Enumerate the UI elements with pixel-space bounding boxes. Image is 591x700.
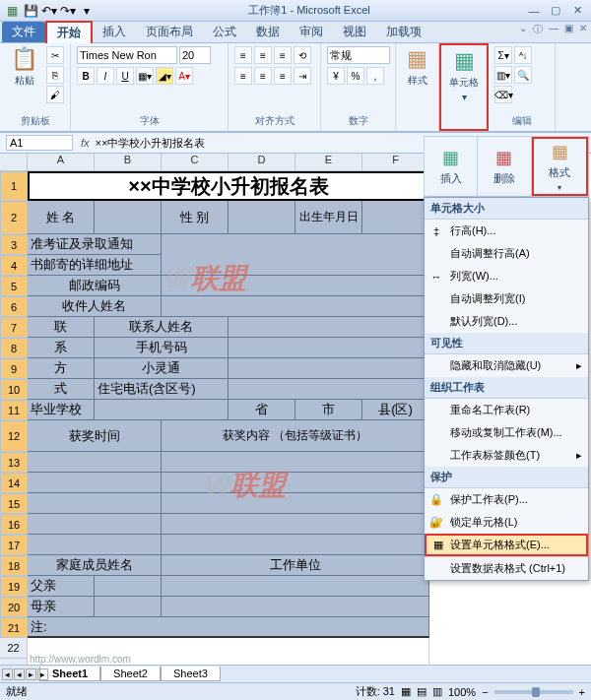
cell-A8[interactable]: 系 <box>28 338 95 358</box>
cell-A4[interactable]: 书邮寄的详细地址 <box>28 255 162 276</box>
paste-button[interactable]: 📋粘贴 <box>6 46 42 112</box>
col-B[interactable]: B <box>95 154 162 171</box>
maximize-button[interactable]: ▢ <box>546 3 565 19</box>
menu-protect[interactable]: 🔒保护工作表(P)... <box>425 488 588 511</box>
zoom-in-icon[interactable]: + <box>579 686 585 698</box>
ribbon-x-icon[interactable]: ✕ <box>579 23 587 36</box>
cell-C2[interactable]: 性 别 <box>162 201 229 234</box>
format-painter-icon[interactable]: 🖌 <box>46 86 64 103</box>
cell-B11[interactable] <box>95 400 229 420</box>
insert-cells-button[interactable]: ▦插入 <box>425 137 478 196</box>
row-3[interactable]: 3 <box>0 234 28 255</box>
minimize-button[interactable]: — <box>524 3 544 19</box>
row-17[interactable]: 17 <box>0 535 28 555</box>
row-12[interactable]: 12 <box>0 420 28 452</box>
tab-view[interactable]: 视图 <box>333 22 376 42</box>
orientation-icon[interactable]: ⟲ <box>294 46 311 64</box>
view-break-icon[interactable]: ▥ <box>432 685 442 698</box>
row-7[interactable]: 7 <box>0 317 28 338</box>
fill-color-icon[interactable]: ◢▾ <box>156 67 173 85</box>
menu-table-format[interactable]: 设置数据表格式 (Ctrl+1) <box>425 556 588 580</box>
menu-col-width[interactable]: ↔列宽(W)... <box>425 265 588 287</box>
col-C[interactable]: C <box>162 154 229 171</box>
underline-icon[interactable]: U <box>116 67 134 85</box>
ribbon-opts-icon[interactable]: — <box>549 23 558 36</box>
cells-button[interactable]: ▦单元格▾ <box>447 48 481 124</box>
cell-C3[interactable] <box>162 234 429 276</box>
cell-E11[interactable]: 县(区) <box>362 400 429 420</box>
cell-D9[interactable] <box>229 358 429 379</box>
cell-A18[interactable]: 家庭成员姓名 <box>28 555 162 576</box>
zoom-out-icon[interactable]: − <box>482 686 488 698</box>
cell-C15[interactable] <box>162 493 429 514</box>
cell-C11[interactable]: 省 <box>229 400 296 420</box>
delete-cells-button[interactable]: ▦删除 <box>478 137 531 196</box>
cell-A10[interactable]: 式 <box>28 379 95 400</box>
row-13[interactable]: 13 <box>0 452 28 473</box>
cell-A13[interactable] <box>28 452 162 473</box>
view-layout-icon[interactable]: ▤ <box>417 685 427 698</box>
comma-icon[interactable]: , <box>366 67 384 85</box>
select-all-corner[interactable] <box>0 154 28 171</box>
cell-A21[interactable]: 注: <box>28 617 429 638</box>
sheet-tab-1[interactable]: Sheet1 <box>39 667 100 681</box>
cell-B10[interactable]: 住宅电话(含区号) <box>95 379 229 400</box>
cell-B7[interactable]: 联系人姓名 <box>95 317 229 338</box>
cell-C5[interactable] <box>162 276 429 296</box>
sort-icon[interactable]: ᴬ↓ <box>514 46 532 64</box>
align-bot-icon[interactable]: ≡ <box>274 46 292 64</box>
cell-C17[interactable] <box>162 535 429 555</box>
cell-A7[interactable]: 联 <box>28 317 95 338</box>
formula-text[interactable]: ××中学校小升初报名表 <box>96 136 206 151</box>
help-icon[interactable]: ⓘ <box>533 23 543 36</box>
cell-A9[interactable]: 方 <box>28 358 95 379</box>
row-19[interactable]: 19 <box>0 576 28 597</box>
tab-review[interactable]: 审阅 <box>290 22 333 42</box>
ribbon-close-icon[interactable]: ▣ <box>564 23 573 36</box>
font-color-icon[interactable]: A▾ <box>175 67 193 85</box>
cell-A20[interactable]: 母亲 <box>28 597 95 617</box>
row-4[interactable]: 4 <box>0 255 28 276</box>
row-20[interactable]: 20 <box>0 597 28 617</box>
menu-default-col[interactable]: 默认列宽(D)... <box>425 310 588 333</box>
sheet-nav[interactable]: ◂◂▸▸ <box>2 668 48 680</box>
indent-icon[interactable]: ⇥ <box>294 67 311 85</box>
menu-autofit-row[interactable]: 自动调整行高(A) <box>425 242 588 265</box>
col-A[interactable]: A <box>28 154 95 171</box>
fx-icon[interactable]: fx <box>81 137 90 149</box>
menu-format-cells[interactable]: ▦设置单元格格式(E)... <box>425 534 588 556</box>
cut-icon[interactable]: ✂ <box>46 46 64 64</box>
number-format-select[interactable] <box>327 46 390 64</box>
copy-icon[interactable]: ⎘ <box>46 66 64 84</box>
row-8[interactable]: 8 <box>0 338 28 358</box>
tab-addin[interactable]: 加载项 <box>376 22 431 42</box>
style-button[interactable]: ▦样式 <box>402 46 432 126</box>
cell-A16[interactable] <box>28 514 162 535</box>
align-mid-icon[interactable]: ≡ <box>254 46 272 64</box>
col-D[interactable]: D <box>229 154 296 171</box>
tab-data[interactable]: 数据 <box>246 22 290 42</box>
tab-file[interactable]: 文件 <box>2 22 45 42</box>
cell-D8[interactable] <box>229 338 429 358</box>
row-1[interactable]: 1 <box>0 171 28 201</box>
view-normal-icon[interactable]: ▦ <box>401 685 411 698</box>
ribbon-min-icon[interactable]: ⌄ <box>519 23 527 36</box>
row-18[interactable]: 18 <box>0 555 28 576</box>
menu-move[interactable]: 移动或复制工作表(M)... <box>425 421 588 444</box>
row-6[interactable]: 6 <box>0 296 28 317</box>
tab-insert[interactable]: 插入 <box>93 22 136 42</box>
cell-A14[interactable] <box>28 473 162 493</box>
cell-A6[interactable]: 收件人姓名 <box>28 296 162 317</box>
cell-C16[interactable] <box>162 514 429 535</box>
cell-A5[interactable]: 邮政编码 <box>28 276 162 296</box>
font-size-select[interactable] <box>179 46 211 64</box>
cell-E2[interactable]: 出生年月日 <box>296 201 362 234</box>
font-name-select[interactable] <box>77 46 177 64</box>
fill-icon[interactable]: ▥▾ <box>494 66 512 84</box>
close-button[interactable]: ✕ <box>567 3 587 19</box>
cell-F2[interactable] <box>362 201 429 234</box>
find-icon[interactable]: 🔍 <box>514 66 532 84</box>
align-top-icon[interactable]: ≡ <box>234 46 252 64</box>
cell-A11[interactable]: 毕业学校 <box>28 400 95 420</box>
row-9[interactable]: 9 <box>0 358 28 379</box>
